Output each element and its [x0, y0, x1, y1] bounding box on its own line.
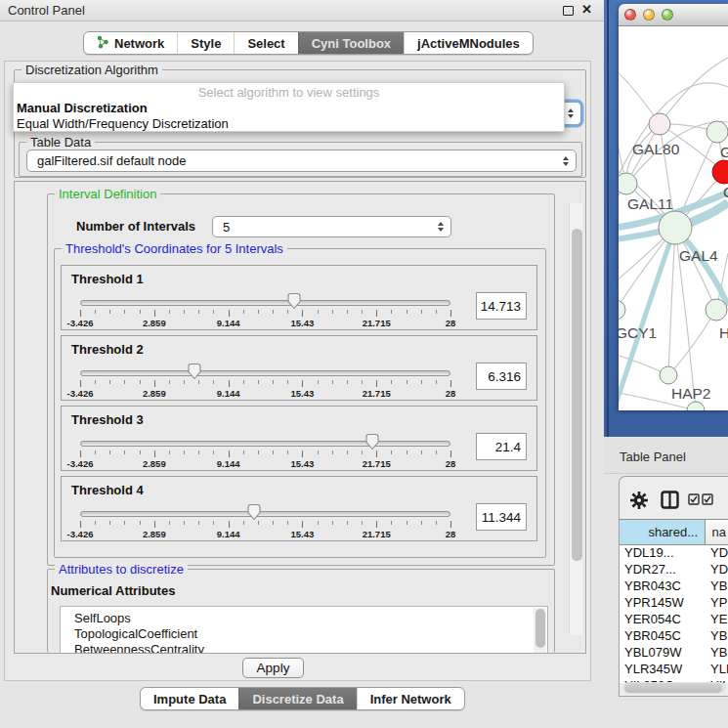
slider-track[interactable]: [80, 300, 450, 306]
network-node-gal80[interactable]: [649, 113, 670, 135]
slider-thumb-icon[interactable]: [364, 433, 380, 450]
threshold-value-field[interactable]: [476, 433, 527, 460]
tab-impute-data[interactable]: Impute Data: [141, 688, 238, 709]
slider-tick: [154, 310, 155, 317]
table-row[interactable]: YLR345WYLR3: [620, 662, 728, 678]
attribute-list-item[interactable]: TopologicalCoefficient: [61, 626, 547, 642]
tab-select[interactable]: Select: [234, 32, 297, 54]
table-rows[interactable]: YDL19...YDL1YDR27...YDR2YBR043CYBR0YPR14…: [620, 545, 728, 683]
slider-tick: [273, 521, 274, 525]
tab-jactivemnodules[interactable]: jActiveMNodules: [404, 32, 533, 54]
table-row[interactable]: YBR043CYBR0: [620, 578, 728, 595]
network-graph[interactable]: GAL80GACGAL11GAL4GCY1HHAP2: [619, 26, 728, 410]
slider-tick: [198, 450, 199, 454]
columns-icon[interactable]: [661, 491, 679, 509]
slider-tick: [243, 310, 244, 314]
attribute-list-item[interactable]: BetweennessCentrality: [61, 642, 547, 654]
table-row[interactable]: YDL19...YDL1: [620, 545, 728, 562]
threshold-value-field[interactable]: [476, 292, 527, 320]
slider-tick: [169, 310, 170, 314]
slider-tick-label: -3.426: [67, 318, 94, 328]
tab-network[interactable]: Network: [84, 32, 177, 54]
threshold-panel: Threshold 4-3.4262.8599.14415.4321.71528: [61, 476, 537, 541]
column-header-name[interactable]: na: [706, 520, 728, 544]
table-row[interactable]: YDR27...YDR2: [620, 562, 728, 578]
number-of-intervals-combobox[interactable]: 5: [212, 216, 451, 237]
float-icon[interactable]: [563, 6, 574, 16]
slider-tick: [376, 521, 377, 528]
slider-tick: [332, 310, 333, 314]
slider-track[interactable]: [80, 511, 450, 517]
dropdown-prompt: Select algorithm to view settings: [14, 83, 564, 101]
list-scrollbar-thumb[interactable]: [535, 609, 545, 648]
attribute-list-item[interactable]: SelfLoops: [61, 611, 547, 626]
zoom-traffic-light-icon[interactable]: [662, 9, 673, 21]
slider-thumb-icon[interactable]: [187, 363, 202, 380]
column-header-shared-name[interactable]: shared...: [620, 520, 706, 544]
apply-button[interactable]: Apply: [242, 658, 304, 678]
network-canvas[interactable]: GAL80GACGAL11GAL4GCY1HHAP2: [619, 26, 728, 410]
interval-definition-label: Interval Definition: [55, 187, 160, 201]
list-scrollbar[interactable]: [534, 608, 546, 654]
threshold-slider[interactable]: -3.4262.8599.14415.4321.71528: [80, 362, 450, 399]
network-node-label: GAL11: [627, 195, 673, 212]
threshold-value-field[interactable]: [476, 503, 527, 531]
slider-thumb-icon[interactable]: [246, 503, 262, 521]
network-node-gcy1[interactable]: [619, 300, 625, 320]
tab-infer-network[interactable]: Infer Network: [357, 688, 464, 709]
table-row[interactable]: YBR045CYBR0: [620, 628, 728, 645]
settings-scrollbar-thumb[interactable]: [572, 229, 582, 561]
network-node-h[interactable]: [706, 299, 727, 321]
slider-tick-label: -3.426: [67, 458, 94, 469]
table-horizontal-scrollbar[interactable]: [622, 682, 726, 694]
threshold-row: -3.4262.8599.14415.4321.71528: [70, 291, 527, 328]
slider-tick: [436, 450, 437, 454]
slider-tick: [258, 380, 259, 384]
control-panel-titlebar: Control Panel ✕: [0, 0, 604, 21]
close-traffic-light-icon[interactable]: [624, 9, 636, 21]
slider-tick: [362, 521, 363, 525]
dropdown-option[interactable]: Equal Width/Frequency Discretization: [14, 116, 564, 132]
settings-vertical-scrollbar[interactable]: [569, 203, 582, 635]
close-icon[interactable]: ✕: [581, 2, 592, 17]
network-node-ga[interactable]: [707, 121, 728, 143]
network-node-gal11[interactable]: [619, 173, 637, 194]
tab-discretize-data[interactable]: Discretize Data: [238, 688, 356, 709]
threshold-panel: Threshold 2-3.4262.8599.14415.4321.71528: [61, 335, 537, 401]
slider-tick: [436, 521, 437, 525]
network-node-gal4[interactable]: [659, 211, 692, 244]
slider-tick: [80, 380, 81, 387]
slider-tick: [436, 310, 437, 314]
table-row[interactable]: YBL079WYBL0: [620, 645, 728, 662]
tab-style[interactable]: Style: [177, 32, 234, 54]
threshold-value-field[interactable]: [476, 363, 527, 390]
threshold-slider[interactable]: -3.4262.8599.14415.4321.71528: [80, 291, 450, 328]
panel-title: Control Panel: [8, 3, 85, 18]
table-hscrollbar-thumb[interactable]: [624, 683, 722, 693]
slider-tick: [140, 450, 141, 454]
minimize-traffic-light-icon[interactable]: [643, 9, 655, 21]
threshold-slider[interactable]: -3.4262.8599.14415.4321.71528: [80, 432, 450, 469]
checkbox-filter-icon[interactable]: [688, 493, 713, 505]
table-row[interactable]: YER054CYER0: [620, 612, 728, 628]
threshold-slider[interactable]: -3.4262.8599.14415.4321.71528: [80, 502, 450, 539]
number-of-intervals-row: Number of Intervals 5: [76, 216, 451, 237]
slider-track[interactable]: [80, 441, 450, 447]
network-node[interactable]: [687, 402, 705, 410]
table-data-combobox[interactable]: galFiltered.sif default node: [26, 150, 577, 172]
numerical-attributes-list[interactable]: SelfLoopsTopologicalCoefficientBetweenne…: [60, 606, 548, 654]
gear-icon[interactable]: [629, 491, 649, 510]
network-node-hap2[interactable]: [660, 366, 677, 384]
slider-tick-label: 15.43: [291, 318, 315, 328]
tab-cyni-toolbox[interactable]: Cyni Toolbox: [298, 32, 404, 54]
slider-tick: [229, 310, 230, 317]
slider-thumb-icon[interactable]: [286, 292, 302, 310]
cell-shared-name: YDR27...: [620, 562, 706, 578]
slider-tick: [140, 380, 141, 384]
cell-shared-name: YER054C: [620, 612, 706, 628]
table-row[interactable]: YPR145WYPR1: [620, 595, 728, 612]
slider-track[interactable]: [80, 370, 450, 376]
slider-tick: [436, 380, 437, 384]
dropdown-option[interactable]: Manual Discretization: [14, 101, 564, 116]
slider-tick: [198, 310, 199, 314]
